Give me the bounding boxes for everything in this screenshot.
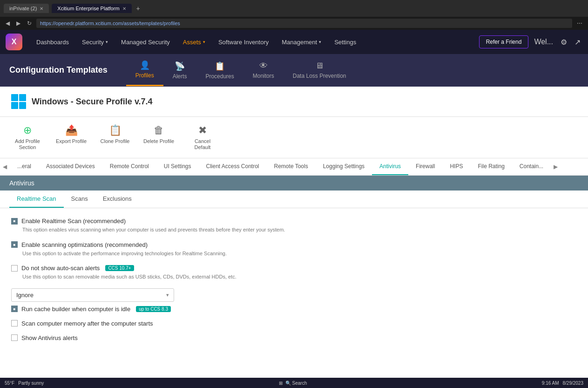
refresh-button[interactable]: ↻ bbox=[25, 19, 34, 27]
new-tab-button[interactable]: + bbox=[136, 5, 140, 12]
enable-realtime-checkbox[interactable] bbox=[11, 218, 18, 225]
nav-label: Management bbox=[282, 39, 317, 46]
browser-bar: ◀ ▶ ↻ https://openedr.platform.xcitium.c… bbox=[0, 17, 588, 30]
setting-enable-realtime: Enable Realtime Scan (recommended) This … bbox=[11, 218, 577, 233]
run-cache-label: Run cache builder when computer is idle bbox=[21, 306, 130, 313]
nav-settings[interactable]: Settings bbox=[328, 30, 363, 54]
antivirus-tabs: Realtime Scan Scans Exclusions bbox=[0, 191, 588, 208]
setting-show-av-alerts: Show Antivirus alerts bbox=[11, 334, 577, 341]
ignore-dropdown-row: Ignore ▾ bbox=[11, 288, 577, 302]
toolbar: ⊕ Add Profile Section 📤 Export Profile 📋… bbox=[0, 117, 588, 158]
nav-management[interactable]: Management ▾ bbox=[275, 30, 328, 54]
nav-assets[interactable]: Assets ▾ bbox=[176, 30, 212, 54]
enable-realtime-label: Enable Realtime Scan (recommended) bbox=[21, 218, 126, 225]
nav-dashboards[interactable]: Dashboards bbox=[30, 30, 75, 54]
clone-icon: 📋 bbox=[109, 124, 122, 136]
tab-remote-tools[interactable]: Remote Tools bbox=[267, 158, 316, 175]
clone-profile-button[interactable]: 📋 Clone Profile bbox=[99, 124, 131, 144]
av-tab-scans[interactable]: Scans bbox=[64, 191, 95, 208]
toolbar-btn-label: Delete Profile bbox=[143, 138, 174, 144]
sub-tab-label: Procedures bbox=[205, 73, 234, 80]
tab-close[interactable]: ✕ bbox=[40, 6, 43, 11]
app: X Dashboards Security ▾ Managed Security… bbox=[0, 30, 588, 388]
tab-remote-control[interactable]: Remote Control bbox=[102, 158, 156, 175]
tab-logging-settings[interactable]: Logging Settings bbox=[316, 158, 372, 175]
sub-tab-alerts[interactable]: 📡 Alerts bbox=[163, 54, 196, 86]
setting-row: Enable Realtime Scan (recommended) bbox=[11, 218, 577, 225]
nav-security[interactable]: Security ▾ bbox=[75, 30, 115, 54]
tab-firewall[interactable]: Firewall bbox=[408, 158, 442, 175]
action-dropdown[interactable]: Ignore ▾ bbox=[11, 288, 174, 302]
browser-tab-xcitium[interactable]: Xcitium Enterprise Platform ✕ bbox=[52, 4, 131, 13]
sub-nav-title: Configuration Templates bbox=[9, 65, 108, 75]
temperature: 55°F bbox=[5, 381, 14, 386]
setting-row: Run cache builder when computer is idle … bbox=[11, 306, 577, 313]
show-av-alerts-checkbox[interactable] bbox=[11, 334, 18, 341]
sub-tab-procedures[interactable]: 📋 Procedures bbox=[196, 54, 243, 86]
scroll-left-arrow[interactable]: ◀ bbox=[0, 160, 10, 174]
forward-button[interactable]: ▶ bbox=[14, 19, 22, 27]
delete-profile-button[interactable]: 🗑 Delete Profile bbox=[142, 124, 175, 144]
ccs-version-badge: up to CCS 8.3 bbox=[136, 306, 171, 312]
back-button[interactable]: ◀ bbox=[4, 19, 12, 27]
sub-tab-profiles[interactable]: 👤 Profiles bbox=[126, 54, 163, 86]
no-auto-scan-checkbox[interactable] bbox=[11, 265, 18, 272]
alerts-icon: 📡 bbox=[175, 61, 185, 71]
add-profile-section-button[interactable]: ⊕ Add Profile Section bbox=[11, 124, 44, 150]
date: 8/29/2023 bbox=[563, 381, 584, 386]
nav-label: Managed Security bbox=[121, 39, 170, 46]
browser-chrome: inPrivate (2) ✕ Xcitium Enterprise Platf… bbox=[0, 0, 588, 17]
tab-containment[interactable]: Contain... bbox=[512, 158, 551, 175]
tab-general[interactable]: ...eral bbox=[10, 158, 39, 175]
scan-opt-label: Enable scanning optimizations (recommend… bbox=[21, 241, 148, 248]
scroll-right-arrow[interactable]: ▶ bbox=[551, 160, 561, 174]
add-icon: ⊕ bbox=[23, 124, 32, 136]
extensions-button[interactable]: ⋯ bbox=[575, 19, 584, 27]
scan-memory-checkbox[interactable] bbox=[11, 320, 18, 327]
nav-right: Refer a Friend Wel... ⚙ ↗ bbox=[479, 35, 582, 48]
tab-label: inPrivate (2) bbox=[9, 6, 37, 11]
ccs-version-badge: CCS 10.7+ bbox=[105, 265, 134, 271]
logo[interactable]: X bbox=[6, 34, 22, 50]
scan-opt-checkbox[interactable] bbox=[11, 241, 18, 248]
no-auto-scan-desc: Use this option to scan removable media … bbox=[22, 273, 577, 280]
chevron-down-icon: ▾ bbox=[203, 40, 205, 44]
sub-tab-monitors[interactable]: 👁 Monitors bbox=[243, 54, 284, 86]
nav-label: Settings bbox=[334, 39, 356, 46]
tab-antivirus[interactable]: Antivirus bbox=[372, 158, 408, 175]
setting-scan-memory: Scan computer memory after the computer … bbox=[11, 320, 577, 327]
sub-tab-dlp[interactable]: 🖥 Data Loss Prevention bbox=[284, 54, 356, 86]
setting-scan-optimizations: Enable scanning optimizations (recommend… bbox=[11, 241, 577, 257]
export-profile-button[interactable]: 📤 Export Profile bbox=[55, 124, 88, 144]
tab-hips[interactable]: HIPS bbox=[442, 158, 470, 175]
tab-file-rating[interactable]: File Rating bbox=[470, 158, 512, 175]
nav-managed-security[interactable]: Managed Security bbox=[115, 30, 176, 54]
sub-tab-label: Alerts bbox=[173, 73, 187, 80]
tab-close[interactable]: ✕ bbox=[122, 6, 126, 11]
tab-ui-settings[interactable]: UI Settings bbox=[156, 158, 199, 175]
sub-nav-tabs: 👤 Profiles 📡 Alerts 📋 Procedures 👁 Monit… bbox=[126, 54, 356, 86]
tab-associated-devices[interactable]: Associated Devices bbox=[39, 158, 102, 175]
logout-icon[interactable]: ↗ bbox=[573, 36, 582, 48]
tab-client-access-control[interactable]: Client Access Control bbox=[198, 158, 266, 175]
setting-row: Enable scanning optimizations (recommend… bbox=[11, 241, 577, 248]
browser-tab-private[interactable]: inPrivate (2) ✕ bbox=[4, 4, 49, 13]
refer-button[interactable]: Refer a Friend bbox=[479, 35, 529, 48]
address-bar[interactable]: https://openedr.platform.xcitium.com/ass… bbox=[36, 19, 572, 28]
nav-software-inventory[interactable]: Software Inventory bbox=[212, 30, 275, 54]
setting-no-auto-scan: Do not show auto-scan alerts CCS 10.7+ U… bbox=[11, 265, 577, 280]
toolbar-btn-label: Cancel Default bbox=[186, 138, 219, 150]
setting-run-cache: Run cache builder when computer is idle … bbox=[11, 306, 577, 313]
dropdown-value: Ignore bbox=[16, 292, 34, 299]
toolbar-btn-label: Export Profile bbox=[56, 138, 87, 144]
sub-nav: Configuration Templates 👤 Profiles 📡 Ale… bbox=[0, 54, 588, 87]
run-cache-checkbox[interactable] bbox=[11, 306, 18, 312]
av-tab-exclusions[interactable]: Exclusions bbox=[95, 191, 139, 208]
cancel-default-button[interactable]: ✖ Cancel Default bbox=[186, 124, 219, 150]
weather: Partly sunny bbox=[18, 381, 44, 386]
av-tab-realtime-scan[interactable]: Realtime Scan bbox=[9, 191, 64, 208]
cancel-icon: ✖ bbox=[198, 124, 207, 136]
windows-start-icon[interactable]: ⊞ bbox=[279, 381, 283, 386]
settings-icon[interactable]: ⚙ bbox=[559, 36, 569, 48]
search-taskbar[interactable]: 🔍 Search bbox=[285, 381, 307, 386]
